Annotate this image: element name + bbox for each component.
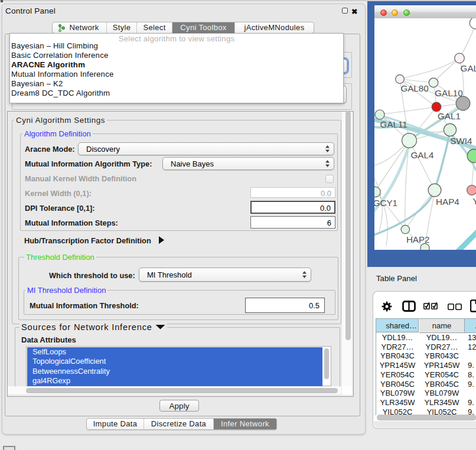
svg-text:SWI4: SWI4 — [450, 136, 472, 146]
svg-text:YM: YM — [472, 196, 476, 206]
svg-text:GAL4: GAL4 — [411, 150, 434, 160]
svg-text:GAL7: GAL7 — [461, 63, 476, 73]
svg-text:HAP2: HAP2 — [406, 234, 430, 244]
svg-text:GAL80: GAL80 — [400, 83, 428, 93]
svg-text:GAL11: GAL11 — [380, 119, 407, 129]
svg-text:HAP4: HAP4 — [436, 197, 459, 207]
svg-text:GAL1: GAL1 — [438, 111, 461, 121]
svg-text:GCY1: GCY1 — [374, 198, 397, 208]
svg-text:GAL10: GAL10 — [435, 88, 462, 98]
